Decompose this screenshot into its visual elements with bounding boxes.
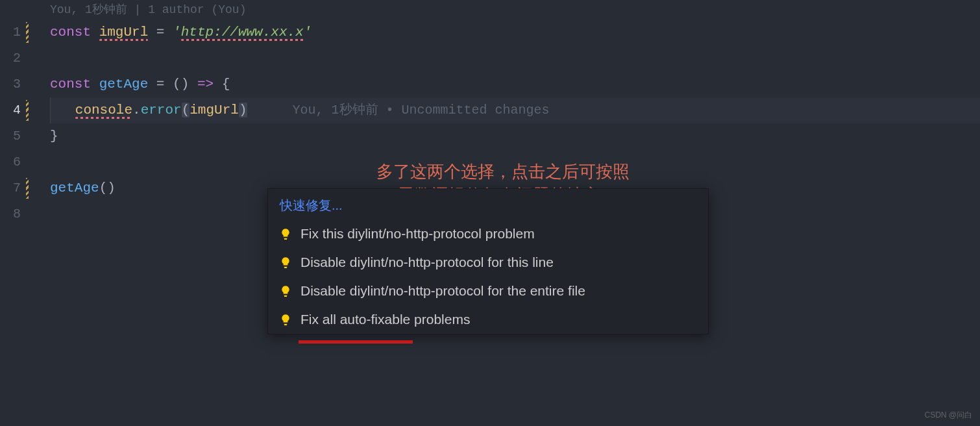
annotation-underline xyxy=(299,340,413,344)
line-number: 1 xyxy=(0,19,21,45)
lightbulb-icon xyxy=(280,285,291,297)
line-number: 6 xyxy=(0,149,21,175)
quickfix-item-fix-this[interactable]: Fix this diylint/no-http-protocol proble… xyxy=(268,219,708,248)
lightbulb-icon xyxy=(280,257,291,268)
quickfix-item-disable-line[interactable]: Disable diylint/no-http-protocol for thi… xyxy=(268,248,708,277)
watermark: CSDN @问白 xyxy=(924,410,972,421)
line-number-gutter: 1 2 3 4 5 6 7 8 xyxy=(0,0,26,426)
quickfix-item-label: Fix all auto-fixable problems xyxy=(300,312,470,327)
lightbulb-icon xyxy=(280,314,291,325)
codelens-text[interactable]: You, 1秒钟前 | 1 author (You) xyxy=(50,1,246,17)
line-number: 8 xyxy=(0,201,21,227)
code-line[interactable] xyxy=(50,45,980,71)
code-line[interactable]: const imgUrl = 'http://www.xx.x' xyxy=(50,19,980,45)
line-number: 3 xyxy=(0,71,21,97)
quickfix-menu: 快速修复... Fix this diylint/no-http-protoco… xyxy=(267,188,709,334)
quickfix-item-disable-file[interactable]: Disable diylint/no-http-protocol for the… xyxy=(268,277,708,305)
line-number: 4 xyxy=(0,97,21,123)
line-number: 7 xyxy=(0,175,21,201)
code-line[interactable]: } xyxy=(50,123,980,149)
modification-marks xyxy=(26,0,34,426)
line-number: 5 xyxy=(0,123,21,149)
code-line[interactable]: const getAge = () => { xyxy=(50,71,980,97)
line-number: 2 xyxy=(0,45,21,71)
quickfix-item-label: Disable diylint/no-http-protocol for the… xyxy=(300,283,585,299)
git-blame-inline: You, 1秒钟前 • Uncommitted changes xyxy=(293,103,550,118)
quickfix-item-label: Fix this diylint/no-http-protocol proble… xyxy=(300,226,535,242)
code-line-active[interactable]: console.error(imgUrl)You, 1秒钟前 • Uncommi… xyxy=(50,97,980,123)
quickfix-item-label: Disable diylint/no-http-protocol for thi… xyxy=(300,255,554,270)
quickfix-header: 快速修复... xyxy=(268,189,708,219)
lightbulb-icon xyxy=(280,228,291,240)
quickfix-item-fix-all[interactable]: Fix all auto-fixable problems xyxy=(268,305,708,334)
